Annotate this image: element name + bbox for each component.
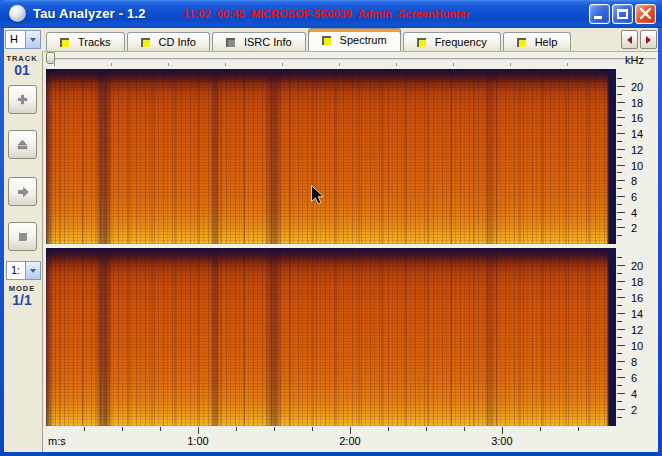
spectrogram-channel-2	[46, 248, 616, 426]
freq-tick-label: 18	[631, 276, 643, 288]
freq-tick	[617, 235, 622, 236]
freq-tick	[617, 196, 625, 197]
close-icon	[639, 7, 652, 20]
minimize-icon	[594, 16, 602, 19]
freq-tick-label: 14	[631, 308, 643, 320]
arrow-right-icon	[646, 36, 651, 44]
mode-indicator: MODE 1/1	[4, 284, 40, 307]
zoom-combo-value: 1:	[7, 262, 25, 279]
tab-page-icon	[141, 38, 150, 47]
freq-tick	[617, 369, 622, 370]
freq-tick	[617, 273, 622, 274]
time-tick	[274, 427, 275, 431]
stop-icon	[17, 231, 29, 243]
freq-tick	[617, 257, 622, 258]
eject-icon	[16, 138, 29, 151]
time-axis-unit: m:s	[48, 435, 66, 447]
track-number: 01	[4, 63, 40, 77]
time-tick	[122, 427, 123, 431]
slider-ticks	[54, 63, 610, 66]
time-tick	[236, 427, 237, 431]
spectrogram-channel-1	[46, 69, 616, 244]
sidebar: TRACK 01	[4, 51, 43, 452]
freq-tick	[617, 133, 625, 134]
chevron-down-icon	[30, 269, 36, 273]
tab-page-icon	[322, 36, 331, 45]
eject-button[interactable]	[8, 130, 37, 159]
slider-track[interactable]	[46, 58, 656, 60]
close-button[interactable]	[635, 4, 656, 24]
tab-cd-info[interactable]: CD Info	[127, 32, 210, 51]
freq-tick	[617, 313, 625, 314]
zoom-combo[interactable]: 1:	[6, 261, 41, 280]
position-slider[interactable]	[44, 52, 658, 66]
time-tick	[312, 427, 313, 431]
tab-label: Tracks	[78, 36, 111, 48]
freq-tick	[617, 94, 622, 95]
freq-tick	[617, 289, 622, 290]
freq-tick	[617, 165, 625, 166]
freq-tick-label: 10	[631, 160, 643, 172]
next-button[interactable]	[8, 177, 37, 206]
freq-tick	[617, 141, 622, 142]
chevron-down-icon	[30, 38, 36, 42]
app-window: Tau Analyzer - 1.2 11:02 00:45 MICROSOF-…	[0, 0, 662, 456]
time-tick	[540, 427, 541, 431]
freq-tick	[617, 204, 622, 205]
add-button[interactable]	[8, 85, 37, 114]
freq-tick	[617, 305, 622, 306]
time-tick	[84, 427, 85, 431]
freq-axis-unit: kHz	[625, 54, 644, 66]
maximize-button[interactable]	[612, 4, 633, 24]
tab-help[interactable]: Help	[503, 32, 572, 51]
mouse-cursor	[311, 185, 325, 206]
freq-tick	[617, 281, 625, 282]
tab-bar: TracksCD InfoISRC InfoSpectrumFrequencyH…	[46, 28, 571, 51]
app-icon	[9, 5, 26, 22]
freq-tick	[617, 86, 625, 87]
tab-frequency[interactable]: Frequency	[403, 32, 501, 51]
title-bar[interactable]: Tau Analyzer - 1.2 11:02 00:45 MICROSOF-…	[0, 0, 662, 28]
slider-thumb[interactable]	[46, 52, 55, 64]
freq-tick-label: 20	[631, 260, 643, 272]
channel-combo-value: H	[6, 31, 25, 48]
time-axis: m:s 1:002:003:00	[46, 426, 658, 452]
tab-scroll-right-button[interactable]	[640, 30, 657, 49]
time-tick	[502, 427, 503, 434]
tab-label: Help	[535, 36, 558, 48]
freq-tick-label: 12	[631, 144, 643, 156]
mode-value: 1/1	[4, 293, 40, 307]
tab-isrc-info[interactable]: ISRC Info	[212, 32, 306, 51]
freq-tick	[617, 227, 625, 228]
freq-tick	[617, 117, 625, 118]
spectrum-page: kHz 2468101214161820 2468101214161820 m:…	[44, 51, 658, 452]
tab-page-icon	[417, 38, 426, 47]
time-tick	[198, 427, 199, 434]
zoom-combo-dropdown-button[interactable]	[25, 262, 40, 279]
time-tick	[464, 427, 465, 431]
time-tick	[388, 427, 389, 431]
freq-tick	[617, 265, 625, 266]
tab-label: ISRC Info	[244, 36, 292, 48]
freq-tick-label: 4	[631, 207, 637, 219]
tab-scroll-left-button[interactable]	[621, 30, 638, 49]
freq-tick-label: 12	[631, 324, 643, 336]
time-tick-label: 1:00	[187, 435, 208, 447]
freq-tick	[617, 393, 625, 394]
freq-tick	[617, 297, 625, 298]
freq-tick	[617, 212, 625, 213]
freq-tick-label: 2	[631, 222, 637, 234]
time-tick-label: 2:00	[339, 435, 360, 447]
tab-tracks[interactable]: Tracks	[46, 32, 125, 51]
freq-tick-label: 20	[631, 81, 643, 93]
channel-combo[interactable]: H	[5, 30, 41, 49]
freq-tick	[617, 361, 625, 362]
channel-combo-dropdown-button[interactable]	[25, 31, 40, 48]
stop-button[interactable]	[8, 222, 37, 251]
freq-tick-label: 8	[631, 356, 637, 368]
freq-tick	[617, 409, 625, 410]
minimize-button[interactable]	[589, 4, 610, 24]
tab-spectrum[interactable]: Spectrum	[308, 28, 401, 51]
freq-tick	[617, 110, 622, 111]
tab-page-icon	[517, 38, 526, 47]
